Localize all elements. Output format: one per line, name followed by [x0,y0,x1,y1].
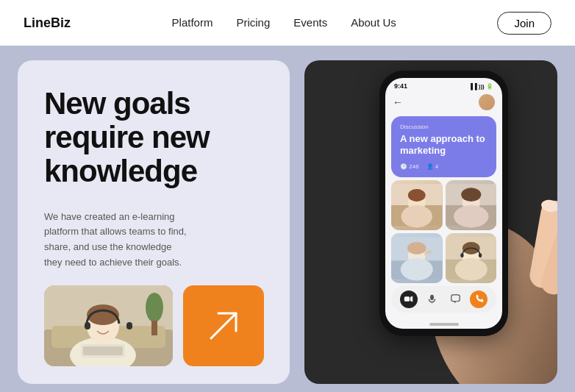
video-cell-3 [391,233,443,283]
mic-button[interactable] [424,291,441,308]
video-cell-4 [446,233,497,283]
arrow-tile[interactable] [183,285,264,366]
video-button[interactable] [400,291,418,308]
svg-point-8 [146,293,163,322]
user-avatar [479,94,495,110]
bottom-row [44,285,266,366]
svg-rect-11 [83,346,123,355]
svg-point-21 [461,188,481,202]
phone-icons: ▐▐ ))) 🔋 [468,83,493,90]
svg-rect-7 [126,322,132,329]
main-content: New goals require new knowledge We have … [0,46,575,392]
phone-nav: ← [385,91,502,113]
phone-toolbar [391,286,496,313]
phone-screen: 9:41 ▐▐ ))) 🔋 ← Discussion A new approac… [385,78,502,329]
svg-point-32 [454,258,487,281]
video-cell-1 [391,180,443,230]
nav-events[interactable]: Events [293,16,327,29]
discussion-meta: 🕐 246 👤 4 [400,163,488,170]
home-indicator [385,318,502,329]
hero-subtext: We have created an e-learning platform t… [44,210,191,271]
chat-button[interactable] [446,291,464,308]
svg-rect-37 [430,295,434,300]
logo: LineBiz [24,15,71,31]
nav-about[interactable]: About Us [351,16,396,29]
svg-rect-33 [460,253,463,257]
phone-time: 9:41 [394,82,407,90]
svg-rect-35 [404,296,410,302]
phone-mockup: 9:41 ▐▐ ))) 🔋 ← Discussion A new approac… [379,71,508,336]
svg-rect-39 [451,295,460,302]
svg-marker-36 [410,296,413,302]
time-meta: 🕐 246 [400,163,419,170]
svg-rect-6 [85,322,90,329]
svg-line-12 [211,313,236,338]
svg-point-26 [407,241,426,254]
right-section: 9:41 ▐▐ ))) 🔋 ← Discussion A new approac… [304,60,557,384]
photo-tile-inner [44,285,173,366]
svg-point-27 [401,258,433,281]
join-button[interactable]: Join [497,12,551,35]
svg-point-17 [401,205,432,228]
video-grid [391,180,496,283]
photo-tile [44,285,173,366]
back-button[interactable]: ← [393,96,403,108]
discussion-title: A new approach to marketing [400,133,488,157]
discussion-label: Discussion [400,124,488,130]
hero-headline: New goals require new knowledge [44,87,266,189]
video-cell-2 [446,180,497,230]
status-bar: 9:41 ▐▐ ))) 🔋 [385,78,502,91]
nav-links: Platform Pricing Events About Us [172,16,396,29]
navbar: LineBiz Platform Pricing Events About Us… [0,0,575,46]
hero-card: New goals require new knowledge We have … [18,60,290,384]
users-meta: 👤 4 [426,163,439,170]
discussion-card: Discussion A new approach to marketing 🕐… [391,116,496,177]
phone-button[interactable] [470,291,488,308]
svg-rect-34 [478,253,481,257]
svg-rect-9 [151,321,157,335]
nav-platform[interactable]: Platform [172,16,213,29]
svg-point-22 [454,205,488,228]
arrow-icon [205,307,242,344]
svg-point-16 [408,188,426,201]
nav-pricing[interactable]: Pricing [236,16,270,29]
person-with-headphones [44,285,173,366]
